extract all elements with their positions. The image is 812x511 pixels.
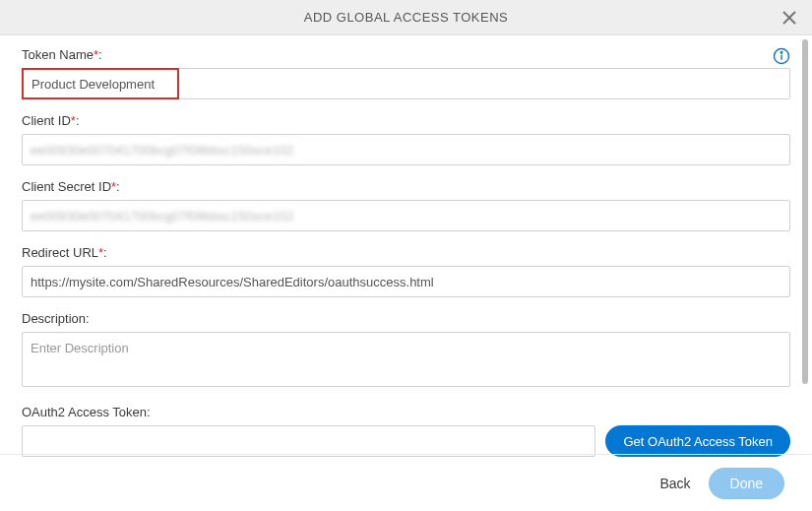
- token-name-label: Token Name*:: [22, 47, 790, 62]
- token-name-input-extension[interactable]: [179, 68, 790, 99]
- redirect-url-field: Redirect URL*:: [22, 245, 790, 297]
- get-oauth-token-button[interactable]: Get OAuth2 Access Token: [605, 425, 790, 457]
- oauth-token-field: OAuth2 Access Token: Get OAuth2 Access T…: [22, 405, 790, 457]
- client-id-field: Client ID*: ee00930e007041700bcg07f08bbs…: [22, 113, 790, 165]
- redirect-url-label: Redirect URL*:: [22, 245, 790, 260]
- dialog-header: ADD GLOBAL ACCESS TOKENS: [0, 0, 812, 35]
- token-name-input[interactable]: [22, 68, 179, 99]
- info-icon[interactable]: [773, 47, 790, 65]
- oauth-token-label: OAuth2 Access Token:: [22, 405, 790, 419]
- client-secret-label: Client Secret ID*:: [22, 179, 790, 194]
- scrollbar[interactable]: [802, 39, 808, 384]
- client-secret-field: Client Secret ID*: ee00930e007041700bcg0…: [22, 179, 790, 231]
- back-button[interactable]: Back: [659, 476, 690, 491]
- client-secret-input[interactable]: ee00930e007041700bcg07f08bbsc150sce102: [22, 200, 790, 231]
- oauth-token-input[interactable]: [22, 425, 595, 457]
- svg-point-4: [781, 52, 782, 54]
- token-name-field: Token Name*:: [22, 47, 790, 99]
- description-field: Description:: [22, 311, 790, 391]
- dialog-footer: Back Done: [0, 454, 812, 511]
- close-icon[interactable]: [781, 9, 798, 27]
- client-id-input[interactable]: ee00930e007041700bcg07f08bbsc150sce102: [22, 134, 790, 165]
- client-id-label: Client ID*:: [22, 113, 790, 128]
- done-button[interactable]: Done: [709, 468, 784, 499]
- description-label: Description:: [22, 311, 790, 326]
- description-input[interactable]: [22, 332, 790, 387]
- redirect-url-input[interactable]: [22, 266, 790, 297]
- dialog-title: ADD GLOBAL ACCESS TOKENS: [304, 10, 509, 25]
- dialog-body: Token Name*: Client ID*: ee00930e0070417…: [0, 35, 812, 475]
